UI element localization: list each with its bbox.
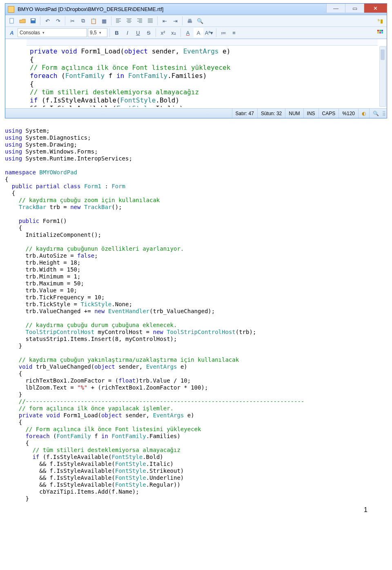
cut-icon[interactable]: ✂ — [67, 16, 77, 26]
align-justify-icon[interactable] — [145, 16, 155, 26]
font-color-icon[interactable]: A — [183, 28, 193, 38]
back-color-icon[interactable]: A — [194, 28, 203, 38]
font-size-combo[interactable]: 9,5 ▾ — [88, 28, 107, 37]
editor-area: private void Form1_Load(object sender, E… — [5, 39, 387, 108]
align-center-icon[interactable] — [124, 16, 134, 26]
svg-rect-2 — [31, 19, 35, 20]
indent-decrease-icon[interactable]: ⇤ — [160, 16, 169, 26]
save-icon[interactable] — [28, 16, 38, 26]
bullets-icon[interactable]: ≔ — [218, 28, 228, 38]
new-icon[interactable] — [7, 16, 17, 26]
font-size-value: 9,5 — [90, 30, 97, 36]
strike-button[interactable]: S — [144, 28, 154, 38]
app-window: BMYO WordPad [D:\Dropbox\BMYO_DERSLER\DE… — [5, 3, 387, 118]
minimize-button[interactable]: — — [326, 4, 345, 13]
zoom-slider-icon[interactable]: ◐ — [358, 109, 369, 118]
maximize-button[interactable]: ▭ — [345, 4, 364, 13]
indent-increase-icon[interactable]: ⇥ — [170, 16, 180, 26]
undo-icon[interactable]: ↶ — [42, 16, 52, 26]
print-icon[interactable]: 🖶 — [185, 16, 194, 26]
underline-button[interactable]: U — [133, 28, 143, 38]
italic-button[interactable]: I — [122, 28, 132, 38]
status-column: Sütun: 32 — [257, 109, 285, 118]
scrollbar-thumb[interactable] — [381, 49, 385, 60]
font-dialog-icon[interactable]: A — [7, 28, 17, 38]
font-family-combo[interactable]: Consolas ▾ — [18, 28, 87, 37]
zoom-find-icon[interactable]: 🔍 — [369, 109, 382, 118]
vertical-scrollbar[interactable] — [379, 47, 386, 107]
richtext-editor[interactable]: private void Form1_Load(object sender, E… — [5, 46, 387, 107]
svg-rect-3 — [377, 30, 379, 31]
status-zoom: %120 — [339, 109, 358, 118]
app-icon — [8, 6, 14, 13]
align-left-icon[interactable] — [114, 16, 123, 26]
window-title: BMYO WordPad [D:\Dropbox\BMYO_DERSLER\DE… — [18, 6, 163, 12]
toolbar-main: ↶ ↷ ✂ ⧉ 📋 ▦ ⇤ ⇥ 🖶 🔍 ᵇ▮ — [5, 15, 387, 27]
status-line: Satır: 47 — [232, 109, 257, 118]
titlebar: BMYO WordPad [D:\Dropbox\BMYO_DERSLER\DE… — [5, 4, 387, 15]
status-caps: CAPS — [318, 109, 339, 118]
close-button[interactable]: ✕ — [364, 4, 387, 13]
numbering-icon[interactable]: ≡ — [229, 28, 239, 38]
code-listing: using System; using System.Diagnostics; … — [0, 123, 392, 506]
toolbar-font: A Consolas ▾ 9,5 ▾ B I U S x² x₂ A A Aª▾… — [5, 27, 387, 39]
ruler[interactable] — [27, 39, 378, 46]
chevron-down-icon: ▾ — [42, 31, 45, 35]
svg-rect-4 — [379, 30, 381, 31]
find-icon[interactable]: 🔍 — [195, 16, 205, 26]
text-case-icon[interactable]: Aª▾ — [204, 28, 214, 38]
font-family-value: Consolas — [20, 30, 40, 36]
svg-rect-8 — [381, 32, 383, 33]
statusbar: Satır: 47 Sütun: 32 NUM INS CAPS %120 ◐ … — [5, 108, 387, 118]
svg-rect-0 — [10, 18, 13, 23]
status-num: NUM — [285, 109, 303, 118]
paste-icon[interactable]: 📋 — [89, 16, 98, 26]
resize-grip[interactable]: ⣿ — [382, 111, 387, 116]
window-buttons: — ▭ ✕ — [326, 4, 387, 15]
svg-rect-7 — [379, 32, 381, 33]
align-right-icon[interactable] — [135, 16, 145, 26]
page-number: 1 — [0, 506, 392, 522]
superscript-icon[interactable]: x² — [158, 28, 168, 38]
bold-button[interactable]: B — [112, 28, 122, 38]
color-palette-icon[interactable] — [375, 28, 385, 38]
redo-icon[interactable]: ↷ — [53, 16, 63, 26]
select-all-icon[interactable]: ▦ — [99, 16, 109, 26]
svg-rect-6 — [377, 32, 379, 33]
svg-rect-5 — [381, 30, 383, 31]
status-ins: INS — [303, 109, 318, 118]
chevron-down-icon: ▾ — [99, 31, 101, 35]
subscript-icon[interactable]: x₂ — [169, 28, 178, 38]
highlight-icon[interactable]: ᵇ▮ — [375, 16, 385, 26]
copy-icon[interactable]: ⧉ — [78, 16, 88, 26]
open-icon[interactable] — [18, 16, 27, 26]
